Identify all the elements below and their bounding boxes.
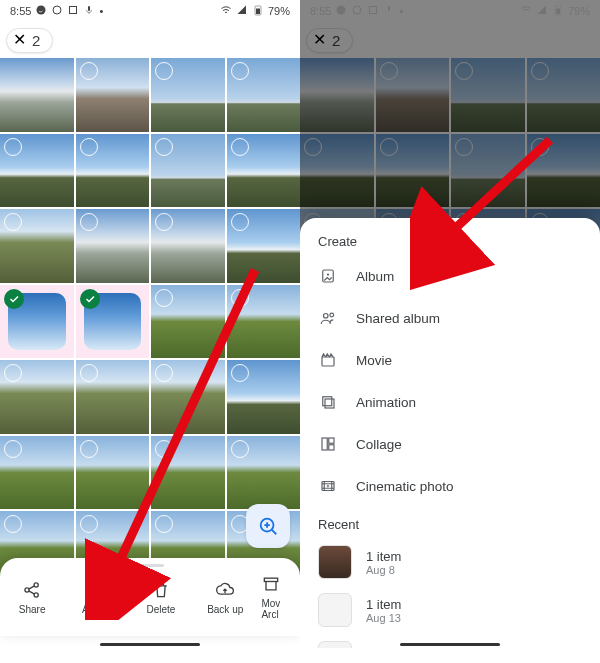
photo-cell[interactable] [0, 209, 74, 283]
create-shared-album[interactable]: Shared album [300, 297, 600, 339]
check-icon [80, 289, 100, 309]
delete-label: Delete [146, 604, 175, 615]
dot-icon: • [99, 5, 103, 17]
action-bar: Share Add to Delete Back up MovArcl [0, 558, 300, 636]
create-album-label: Album [356, 269, 394, 284]
photo-cell[interactable] [227, 58, 301, 132]
recent-title: 1 item [366, 549, 401, 564]
cinematic-icon [318, 477, 338, 495]
lens-icon [257, 515, 279, 537]
trash-icon [151, 580, 171, 600]
battery-pct: 79% [268, 5, 290, 17]
create-header: Create [300, 234, 600, 255]
photo-cell[interactable] [151, 285, 225, 359]
svg-point-0 [37, 6, 46, 15]
photo-cell[interactable] [0, 436, 74, 510]
svg-rect-5 [256, 9, 260, 15]
photo-cell[interactable] [151, 58, 225, 132]
create-movie[interactable]: Movie [300, 339, 600, 381]
photo-cell[interactable] [227, 360, 301, 434]
create-collage-label: Collage [356, 437, 402, 452]
svg-point-1 [53, 6, 61, 14]
check-icon [4, 289, 24, 309]
whatsapp-icon [35, 4, 47, 18]
plus-icon [87, 580, 107, 600]
nav-bar[interactable] [400, 643, 500, 646]
create-movie-label: Movie [356, 353, 392, 368]
signal-icon [236, 4, 248, 18]
recent-item[interactable]: 1 item Aug 8 [300, 538, 600, 586]
create-collage[interactable]: Collage [300, 423, 600, 465]
recent-title: 1 item [366, 597, 401, 612]
nav-bar[interactable] [100, 643, 200, 646]
drag-handle-icon[interactable] [136, 564, 164, 567]
photo-cell[interactable] [151, 209, 225, 283]
recent-header: Recent [300, 507, 600, 538]
photo-cell[interactable] [151, 134, 225, 208]
move-archive-label: MovArcl [261, 598, 280, 620]
album-icon [318, 267, 338, 285]
photo-cell[interactable] [0, 134, 74, 208]
svg-rect-23 [323, 397, 332, 406]
cloud-up-icon [215, 580, 235, 600]
svg-rect-21 [322, 357, 334, 366]
photo-cell-selected[interactable] [0, 285, 74, 359]
photo-cell[interactable] [0, 58, 74, 132]
photo-cell[interactable] [76, 58, 150, 132]
share-button[interactable]: Share [0, 558, 64, 636]
photo-cell[interactable] [151, 360, 225, 434]
photo-cell[interactable] [227, 436, 301, 510]
create-animation-label: Animation [356, 395, 416, 410]
create-shared-album-label: Shared album [356, 311, 440, 326]
phone-left: 8:55 • 79% ✕ 2 [0, 0, 300, 648]
square-icon [67, 4, 79, 18]
recent-thumb [318, 545, 352, 579]
photo-cell[interactable] [76, 209, 150, 283]
svg-point-18 [327, 273, 329, 275]
create-sheet: Create Album Shared album Movie Animatio… [300, 218, 600, 648]
recent-thumb [318, 593, 352, 627]
phone-right: 8:55 • 79% ✕ 2 [300, 0, 600, 648]
circle-icon [51, 4, 63, 18]
add-to-button[interactable]: Add to [64, 558, 128, 636]
animation-icon [318, 393, 338, 411]
lens-button[interactable] [246, 504, 290, 548]
selection-count: 2 [32, 32, 40, 49]
recent-item[interactable]: 1 item Aug 13 [300, 586, 600, 634]
selection-chip[interactable]: ✕ 2 [6, 28, 53, 53]
create-album[interactable]: Album [300, 255, 600, 297]
collage-icon [318, 435, 338, 453]
photo-cell[interactable] [227, 285, 301, 359]
svg-rect-10 [265, 578, 278, 581]
recent-date: Aug 8 [366, 564, 401, 576]
wifi-icon [220, 4, 232, 18]
backup-button[interactable]: Back up [193, 558, 257, 636]
photo-cell[interactable] [76, 436, 150, 510]
share-label: Share [19, 604, 46, 615]
delete-button[interactable]: Delete [129, 558, 193, 636]
svg-rect-24 [322, 438, 327, 450]
photo-cell[interactable] [76, 134, 150, 208]
photo-cell[interactable] [151, 436, 225, 510]
svg-rect-22 [325, 399, 334, 408]
svg-rect-25 [329, 438, 334, 443]
svg-point-20 [330, 313, 334, 317]
status-bar: 8:55 • 79% [0, 0, 300, 22]
photo-cell[interactable] [227, 209, 301, 283]
archive-icon [261, 574, 281, 594]
close-icon[interactable]: ✕ [13, 32, 26, 48]
add-to-label: Add to [82, 604, 111, 615]
svg-point-19 [324, 314, 329, 319]
recent-thumb [318, 641, 352, 648]
create-cinematic[interactable]: Cinematic photo [300, 465, 600, 507]
shared-album-icon [318, 309, 338, 327]
photo-cell-selected[interactable] [76, 285, 150, 359]
create-animation[interactable]: Animation [300, 381, 600, 423]
create-cinematic-label: Cinematic photo [356, 479, 454, 494]
move-archive-button[interactable]: MovArcl [257, 558, 300, 636]
photo-cell[interactable] [227, 134, 301, 208]
photo-cell[interactable] [0, 360, 74, 434]
svg-rect-26 [329, 445, 334, 450]
photo-cell[interactable] [76, 360, 150, 434]
svg-rect-3 [88, 6, 90, 11]
